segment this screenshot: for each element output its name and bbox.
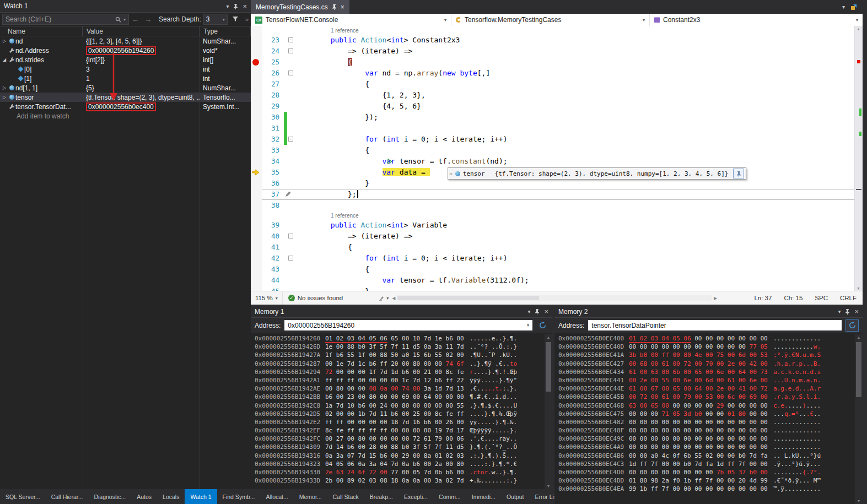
glyph-margin[interactable] xyxy=(251,242,262,253)
code-line[interactable]: 29 {4, 5, 6} xyxy=(251,101,855,112)
fold-collapse-icon[interactable]: - xyxy=(288,37,293,42)
close-icon[interactable]: × xyxy=(243,2,247,10)
glyph-margin[interactable] xyxy=(251,112,262,123)
scroll-down-arrow-icon[interactable]: ▼ xyxy=(545,484,552,488)
fold-collapse-icon[interactable]: - xyxy=(288,48,293,53)
scrollbar-thumb[interactable] xyxy=(546,342,551,392)
tool-window-tab[interactable]: Output xyxy=(501,489,530,504)
close-icon[interactable]: × xyxy=(341,3,344,11)
back-icon[interactable]: ← xyxy=(132,15,139,24)
breakpoint-icon[interactable] xyxy=(252,59,259,66)
glyph-margin[interactable] xyxy=(251,200,262,211)
code-line[interactable]: 30 }); xyxy=(251,112,855,123)
code-line[interactable]: 25 { xyxy=(251,57,855,68)
zoom-select[interactable]: 115 % ▾ xyxy=(251,291,283,305)
code-line[interactable]: 26- var nd = np.array(new byte[,] xyxy=(251,68,855,79)
forward-icon[interactable]: → xyxy=(144,15,152,24)
scroll-up-arrow-icon[interactable]: ▲ xyxy=(855,335,863,339)
memory2-scrollbar[interactable]: ▲ ▼ xyxy=(855,334,863,504)
glyph-margin[interactable] xyxy=(251,275,262,286)
code-line[interactable]: 33 { xyxy=(251,145,855,156)
fold-collapse-icon[interactable]: - xyxy=(288,71,293,75)
watch-row[interactable]: ▷nd[1, 1]{5}NumShar... xyxy=(0,83,251,93)
memory1-grid[interactable]: 0x000002556B19426001 02 03 04 05 06 65 0… xyxy=(255,334,543,489)
tool-window-tab[interactable]: Breakp... xyxy=(364,489,399,504)
search-icon[interactable] xyxy=(115,17,121,23)
tool-window-tab[interactable]: Diagnostic... xyxy=(88,489,131,504)
current-statement-icon[interactable] xyxy=(251,167,262,178)
memory2-address-input[interactable]: tensor.TensorDataPointer xyxy=(588,320,842,330)
tool-window-tab[interactable]: Locals xyxy=(157,489,185,504)
memory2-grid[interactable]: 0x000002556B0EC40001 02 03 04 05 06 00 0… xyxy=(558,334,854,504)
code-line[interactable]: 40- => (iterate) => xyxy=(251,231,855,242)
watch-row[interactable]: [1]1int xyxy=(0,74,251,83)
scroll-left-arrow-icon[interactable]: ◀ xyxy=(392,296,395,301)
document-health[interactable]: ✓ No issues found xyxy=(283,295,348,301)
code-line[interactable]: 38 xyxy=(251,200,855,211)
scrollbar-thumb[interactable] xyxy=(397,296,538,300)
refresh-icon[interactable] xyxy=(846,319,859,332)
glyph-margin[interactable] xyxy=(251,145,262,156)
member-dropdown[interactable]: Constant2x3 ▾ xyxy=(650,14,863,26)
code-editor[interactable]: 1 reference23- public Action<int> Consta… xyxy=(251,26,855,291)
column-header-type[interactable]: Type xyxy=(200,26,251,36)
scroll-up-arrow-icon[interactable]: ▲ xyxy=(545,335,552,339)
pin-icon[interactable] xyxy=(845,308,850,315)
document-tab[interactable]: MemoryTestingCases.cs × xyxy=(251,0,349,14)
codelens-text[interactable]: 1 reference xyxy=(296,211,359,220)
memory1-address-input[interactable]: 0x000002556B194260 ▾ xyxy=(284,320,532,330)
column-divider[interactable] xyxy=(200,35,200,489)
tool-window-tab[interactable]: Call Hierar... xyxy=(46,489,89,504)
memory1-scrollbar[interactable]: ▲ ▼ xyxy=(545,334,552,489)
editor-vertical-scrollbar[interactable]: ▲ ▼ xyxy=(854,26,863,291)
code-cleanup-icon[interactable]: ▾ xyxy=(379,295,389,301)
tool-window-tab[interactable]: Excepti... xyxy=(399,489,433,504)
horizontal-scrollbar[interactable]: ◀ ▶ xyxy=(392,295,717,301)
chevron-down-icon[interactable]: ▾ xyxy=(527,323,529,328)
scrollbar-thumb[interactable] xyxy=(856,342,861,397)
scroll-right-arrow-icon[interactable]: ▶ xyxy=(714,296,717,301)
filter-icon[interactable] xyxy=(233,17,239,22)
search-input[interactable]: Search (Ctrl+E) ▾ xyxy=(2,14,129,25)
glyph-margin[interactable] xyxy=(251,231,262,242)
column-divider[interactable] xyxy=(83,35,83,489)
glyph-margin[interactable] xyxy=(251,90,262,101)
code-line[interactable]: 44 var tensor = tf.Variable(3112.0f); xyxy=(251,275,855,286)
watch-row[interactable]: ◢nd.strides{int[2]}int[] xyxy=(0,55,251,64)
search-dropdown-icon[interactable]: ▾ xyxy=(123,17,126,22)
glyph-margin[interactable] xyxy=(251,123,262,134)
glyph-margin[interactable] xyxy=(251,253,262,264)
close-icon[interactable]: × xyxy=(544,307,548,316)
fold-collapse-icon[interactable]: - xyxy=(288,137,293,142)
glyph-margin[interactable] xyxy=(251,101,262,112)
watch-row[interactable]: ▷nd{[[1, 2, 3], [4, 5, 6]]}NumShar... xyxy=(0,36,251,46)
refresh-icon[interactable] xyxy=(536,320,548,331)
code-line[interactable]: 42- for (int i = 0; i < iterate; i++) xyxy=(251,253,855,264)
scroll-down-arrow-icon[interactable]: ▼ xyxy=(855,499,863,503)
column-header-value[interactable]: Value xyxy=(83,26,200,36)
codelens-text[interactable]: 1 reference xyxy=(296,26,359,35)
glyph-margin[interactable] xyxy=(251,57,262,68)
expander-icon[interactable]: ▷ xyxy=(1,85,8,90)
tool-window-tab[interactable]: SQL Server... xyxy=(0,489,46,504)
glyph-margin[interactable] xyxy=(251,211,262,220)
code-line[interactable]: 28 {1, 2, 3}, xyxy=(251,90,855,101)
fold-collapse-icon[interactable]: - xyxy=(288,256,293,261)
code-line[interactable]: 32- for (int i = 0; i < iterate; i++) xyxy=(251,134,855,145)
code-line[interactable]: 24- => (iterate) => xyxy=(251,46,855,57)
expander-icon[interactable]: ▷ xyxy=(1,95,8,100)
add-watch-row[interactable]: Add item to watch xyxy=(0,111,251,121)
glyph-margin[interactable] xyxy=(251,178,262,189)
chevron-down-icon[interactable]: ▾ xyxy=(226,3,229,9)
code-line[interactable]: 31 xyxy=(251,123,855,134)
datatip-pin-button[interactable] xyxy=(733,169,744,178)
chevron-down-icon[interactable]: ▾ xyxy=(842,4,845,10)
project-dropdown[interactable]: C# TensorFlowNET.Console ▾ xyxy=(251,14,451,26)
scroll-up-arrow-icon[interactable]: ▲ xyxy=(857,27,860,31)
tool-window-tab[interactable]: Comm... xyxy=(433,489,466,504)
tool-window-tab[interactable]: Find Symb... xyxy=(217,489,261,504)
tool-window-tab[interactable]: Error List xyxy=(529,489,554,504)
expander-icon[interactable]: ◢ xyxy=(1,57,8,62)
watch-row[interactable]: nd.Address0x000002556b194260void* xyxy=(0,46,251,55)
glyph-margin[interactable] xyxy=(251,189,262,200)
